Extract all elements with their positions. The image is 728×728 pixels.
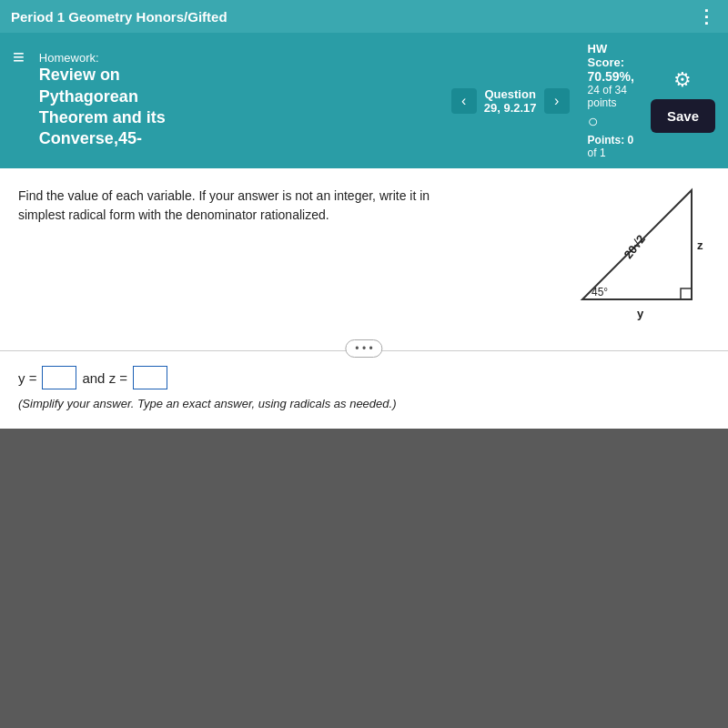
background-area bbox=[0, 429, 728, 728]
save-button[interactable]: Save bbox=[651, 99, 715, 133]
score-pct: 70.59%, bbox=[588, 69, 634, 84]
question-number: 29, 9.2.17 bbox=[484, 101, 537, 115]
hw-score-area: HW Score: 70.59%, 24 of 34 points ○ Poin… bbox=[588, 42, 634, 159]
score-label: Score: bbox=[588, 56, 624, 69]
svg-text:z: z bbox=[697, 238, 703, 252]
score-fraction: 24 of 34 bbox=[588, 84, 627, 96]
question-info: Question 29, 9.2.17 bbox=[484, 87, 537, 115]
problem-text-line2: simplest radical form with the denominat… bbox=[18, 207, 329, 222]
prev-question-button[interactable]: ‹ bbox=[451, 88, 477, 114]
and-z-label: and z = bbox=[82, 370, 127, 386]
points-label: Points: 0 bbox=[588, 134, 634, 147]
score-points-label: points bbox=[588, 96, 617, 109]
settings-icon[interactable]: ⚙ bbox=[673, 68, 692, 92]
y-input[interactable] bbox=[42, 366, 76, 389]
next-question-button[interactable]: › bbox=[544, 88, 570, 114]
of-label: of 1 bbox=[588, 147, 606, 159]
hw-label: Homework: bbox=[39, 51, 442, 65]
homework-title: Homework: Review on Pythagorean Theorem … bbox=[39, 51, 442, 150]
divider-line: • • • bbox=[0, 350, 728, 351]
hint-text: (Simplify your answer. Type an exact ans… bbox=[18, 397, 710, 410]
y-label: y = bbox=[18, 370, 36, 386]
triangle-diagram: 20√2 z 45° y bbox=[564, 181, 710, 327]
top-bar: Period 1 Geometry Honors/Gifted ⋮ bbox=[0, 0, 728, 33]
hw-title-line2: Pythagorean bbox=[39, 87, 138, 106]
circle-icon: ○ bbox=[588, 111, 599, 132]
question-navigation: ‹ Question 29, 9.2.17 › bbox=[451, 87, 570, 115]
page-title: Period 1 Geometry Honors/Gifted bbox=[11, 9, 697, 25]
header-right: ⚙ Save bbox=[651, 68, 715, 133]
header: ≡ Homework: Review on Pythagorean Theore… bbox=[0, 33, 728, 168]
hw-title-line1: Review on bbox=[39, 66, 120, 84]
hamburger-menu-icon[interactable]: ≡ bbox=[13, 42, 25, 69]
z-input[interactable] bbox=[133, 366, 167, 389]
divider-dots[interactable]: • • • bbox=[345, 339, 382, 358]
problem-text: Find the value of each variable. If your… bbox=[18, 187, 491, 225]
answer-area: y = and z = (Simplify your answer. Type … bbox=[0, 351, 728, 429]
hw-title-line3: Theorem and its bbox=[39, 108, 166, 126]
triangle-svg: 20√2 z 45° y bbox=[564, 181, 710, 327]
more-options-icon[interactable]: ⋮ bbox=[697, 5, 717, 27]
main-content-wrapper: Find the value of each variable. If your… bbox=[0, 168, 728, 429]
section-divider: • • • bbox=[0, 350, 728, 351]
problem-content: Find the value of each variable. If your… bbox=[0, 168, 728, 350]
svg-text:45°: 45° bbox=[592, 286, 608, 298]
problem-text-line1: Find the value of each variable. If your… bbox=[18, 188, 430, 203]
hw-title-line4: Converse,45- bbox=[39, 129, 142, 147]
score-section-label: HW bbox=[588, 42, 608, 56]
svg-text:y: y bbox=[637, 307, 644, 320]
question-label: Question bbox=[484, 87, 537, 101]
hw-title-text: Review on Pythagorean Theorem and its Co… bbox=[39, 65, 442, 150]
answer-line: y = and z = bbox=[18, 366, 710, 389]
